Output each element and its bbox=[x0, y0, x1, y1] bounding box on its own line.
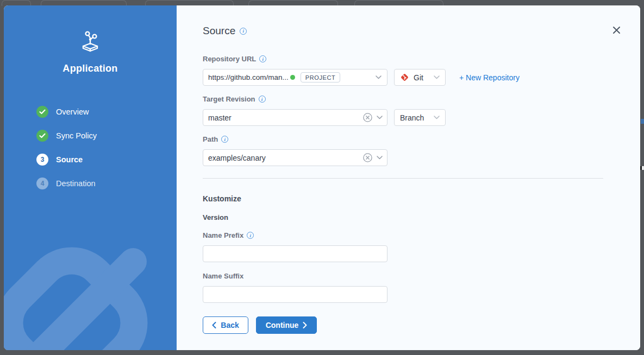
source-form-panel: Source i Repository URL i https://github… bbox=[177, 5, 640, 350]
step-sync-policy[interactable]: Sync Policy bbox=[36, 124, 97, 148]
chevron-right-icon bbox=[303, 322, 307, 328]
chevron-down-icon bbox=[377, 116, 383, 119]
background-artifact bbox=[641, 119, 644, 124]
repository-url-select[interactable]: https://github.com/man... PROJECT bbox=[203, 69, 387, 86]
step-overview[interactable]: Overview bbox=[36, 100, 97, 124]
page-title-text: Source bbox=[203, 25, 235, 37]
project-badge: PROJECT bbox=[301, 72, 341, 83]
repository-type-value: Git bbox=[414, 73, 423, 82]
chevron-down-icon bbox=[434, 116, 440, 119]
new-application-panel: Application Overview Sync Policy 3 Sourc… bbox=[4, 5, 640, 350]
new-repository-link[interactable]: + New Repository bbox=[459, 73, 520, 82]
chevron-down-icon bbox=[376, 75, 382, 79]
section-divider bbox=[203, 178, 603, 179]
clear-icon[interactable] bbox=[363, 113, 372, 122]
repository-url-value: https://github.com/man... bbox=[208, 73, 289, 81]
revision-type-value: Branch bbox=[400, 113, 424, 122]
info-icon[interactable]: i bbox=[221, 136, 228, 143]
check-icon bbox=[36, 130, 48, 142]
clear-icon[interactable] bbox=[363, 153, 372, 162]
step-destination[interactable]: 4 Destination bbox=[36, 172, 97, 195]
chevron-down-icon bbox=[377, 156, 383, 160]
target-revision-label: Target Revision i bbox=[203, 95, 616, 103]
info-icon[interactable]: i bbox=[259, 55, 266, 62]
continue-button[interactable]: Continue bbox=[256, 316, 317, 334]
info-icon[interactable]: i bbox=[247, 232, 254, 239]
step-source[interactable]: 3 Source bbox=[36, 148, 97, 172]
wizard-steps: Overview Sync Policy 3 Source 4 Destinat… bbox=[36, 100, 97, 195]
name-suffix-input[interactable] bbox=[203, 286, 387, 303]
continue-button-label: Continue bbox=[266, 321, 299, 329]
chevron-left-icon bbox=[212, 322, 216, 328]
step-label: Destination bbox=[56, 179, 96, 188]
chevron-down-icon bbox=[434, 75, 440, 79]
page-title: Source i bbox=[203, 25, 616, 37]
background-artifact bbox=[640, 166, 644, 170]
check-icon bbox=[36, 106, 48, 118]
back-button-label: Back bbox=[221, 321, 239, 329]
path-input[interactable] bbox=[203, 149, 387, 166]
git-icon bbox=[400, 73, 409, 82]
target-revision-input[interactable] bbox=[203, 109, 387, 126]
revision-type-select[interactable]: Branch bbox=[394, 109, 446, 126]
application-icon bbox=[78, 30, 103, 54]
step-number-badge: 4 bbox=[36, 178, 48, 189]
back-button[interactable]: Back bbox=[203, 316, 248, 334]
repository-url-label: Repository URL i bbox=[203, 55, 616, 63]
repository-type-select[interactable]: Git bbox=[394, 69, 446, 86]
name-prefix-label: Name Prefix i bbox=[203, 231, 616, 239]
step-number-badge: 3 bbox=[36, 154, 48, 166]
step-label: Source bbox=[56, 155, 83, 164]
name-prefix-input[interactable] bbox=[203, 245, 387, 262]
name-suffix-label: Name Suffix bbox=[203, 272, 616, 280]
kustomize-section-title: Kustomize bbox=[203, 194, 616, 203]
info-icon[interactable]: i bbox=[259, 96, 266, 103]
info-icon[interactable]: i bbox=[240, 28, 247, 35]
version-label: Version bbox=[203, 213, 616, 221]
step-label: Overview bbox=[56, 107, 89, 116]
wizard-title: Application bbox=[4, 63, 177, 74]
connection-status-dot bbox=[290, 75, 295, 80]
wizard-sidebar: Application Overview Sync Policy 3 Sourc… bbox=[4, 5, 177, 350]
step-label: Sync Policy bbox=[56, 131, 97, 140]
path-label: Path i bbox=[203, 135, 616, 143]
